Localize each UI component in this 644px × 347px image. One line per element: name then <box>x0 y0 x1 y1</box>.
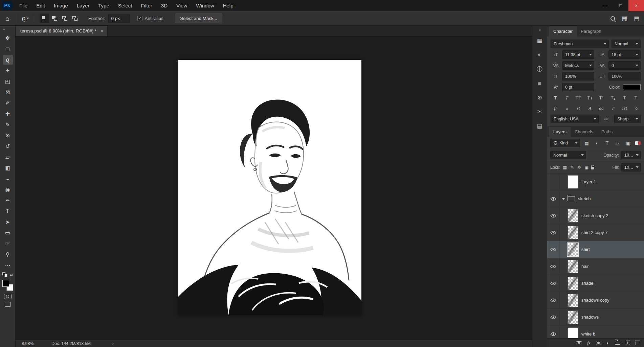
type-filter-icon[interactable]: T <box>606 140 609 146</box>
collapse-tools-icon[interactable]: » <box>0 27 5 32</box>
pen-tool[interactable]: ✒ <box>3 195 13 205</box>
select-and-mask-button[interactable]: Select and Mask... <box>175 14 222 23</box>
home-icon[interactable]: ⌂ <box>0 15 15 22</box>
stylistic-alternates-button[interactable]: aa <box>597 105 605 112</box>
visibility-toggle[interactable] <box>547 309 559 325</box>
visibility-toggle[interactable] <box>547 224 559 241</box>
layer-thumbnail[interactable] <box>568 327 578 339</box>
eyedropper-tool[interactable]: ✐ <box>3 98 13 108</box>
menu-item[interactable]: Edit <box>32 0 49 11</box>
canvas-area[interactable] <box>16 37 532 340</box>
ligatures-button[interactable]: fi <box>551 105 559 112</box>
menu-item[interactable]: 3D <box>157 0 172 11</box>
font-size-select[interactable]: 11.38 pt <box>562 50 594 59</box>
opacity-input[interactable]: 100% <box>621 151 641 159</box>
layer-name[interactable]: sketch <box>578 196 591 201</box>
adjustment-layer-icon[interactable]: ◐ <box>607 340 609 346</box>
faux-italic-button[interactable]: T <box>563 94 571 101</box>
add-mask-icon[interactable] <box>596 341 601 345</box>
antialias-checkbox[interactable]: ✓ <box>137 16 142 21</box>
antialias-select[interactable]: Sharp <box>614 115 641 123</box>
visibility-toggle[interactable] <box>547 326 559 338</box>
link-layers-icon[interactable] <box>576 341 582 344</box>
default-colors-icon[interactable] <box>2 272 7 277</box>
workspace-switcher-icon[interactable]: ▦ <box>622 15 627 22</box>
tab-layers[interactable]: Layers <box>549 127 571 137</box>
tracking-select[interactable]: 0 <box>608 61 641 70</box>
edit-toolbar-button[interactable]: ⋯ <box>3 260 13 270</box>
horizontal-scale-input[interactable]: 100% <box>608 72 641 80</box>
close-tab-icon[interactable]: × <box>101 28 103 34</box>
adjustment-filter-icon[interactable]: ◐ <box>596 140 599 146</box>
text-color-swatch[interactable] <box>623 84 641 90</box>
rectangle-tool[interactable]: ▭ <box>3 228 13 238</box>
contextual-alternates-button[interactable]: ℴ <box>563 105 571 112</box>
layer-row[interactable]: white b <box>547 326 644 338</box>
layer-thumbnail[interactable] <box>568 243 578 256</box>
language-select[interactable]: English: USA <box>551 115 599 123</box>
frame-tool[interactable]: ⊠ <box>3 87 13 97</box>
filter-type-select[interactable]: Kind <box>550 139 580 147</box>
info-panel-icon[interactable]: ⓘ <box>537 65 542 73</box>
close-button[interactable]: × <box>628 0 644 11</box>
underline-button[interactable]: T <box>620 94 628 101</box>
layer-name[interactable]: white b <box>581 331 595 337</box>
menu-item[interactable]: Filter <box>137 0 157 11</box>
lock-artboard-icon[interactable]: ▣ <box>584 165 589 170</box>
menu-item[interactable]: View <box>172 0 192 11</box>
swatches-panel-icon[interactable]: ▦ <box>537 37 542 44</box>
dodge-tool[interactable]: ◉ <box>3 185 13 194</box>
layer-name[interactable]: sketch copy 2 <box>581 213 608 218</box>
all-caps-button[interactable]: TT <box>574 94 582 101</box>
hand-tool[interactable]: ☞ <box>3 239 13 249</box>
layer-thumbnail[interactable] <box>568 294 578 307</box>
strikethrough-button[interactable]: T <box>632 94 640 101</box>
superscript-button[interactable]: T¹ <box>597 94 605 101</box>
layer-name[interactable]: shirt 2 copy 7 <box>581 230 607 235</box>
expand-panels-icon[interactable]: « <box>538 28 540 33</box>
tab-character[interactable]: Character <box>549 26 577 37</box>
tab-channels[interactable]: Channels <box>571 127 597 137</box>
layer-name[interactable]: hair <box>581 264 589 269</box>
ordinals-button[interactable]: 1st <box>620 105 628 112</box>
titling-alternates-button[interactable]: T <box>609 105 617 112</box>
visibility-toggle[interactable] <box>547 292 559 308</box>
menu-item[interactable]: Help <box>219 0 238 11</box>
layer-thumbnail[interactable] <box>568 277 578 290</box>
layer-thumbnail[interactable] <box>568 209 578 223</box>
blend-mode-select[interactable]: Normal <box>550 151 586 159</box>
layer-thumbnail[interactable] <box>568 260 578 273</box>
lock-all-icon[interactable] <box>591 167 594 169</box>
adjustments-panel-icon[interactable]: ◐ <box>538 51 541 58</box>
clone-source-panel-icon[interactable]: ⊛ <box>537 94 542 101</box>
new-layer-icon[interactable] <box>626 341 630 345</box>
layer-row[interactable]: shade <box>547 275 644 292</box>
font-style-select[interactable]: Normal <box>612 40 641 48</box>
group-expand-icon[interactable] <box>562 198 565 200</box>
blur-tool[interactable]: ◒ <box>3 174 13 184</box>
type-tool[interactable]: T <box>3 206 13 216</box>
healing-brush-tool[interactable]: ✚ <box>3 109 13 119</box>
vertical-scale-input[interactable]: 100% <box>562 72 594 80</box>
layer-thumbnail[interactable] <box>568 310 578 324</box>
swash-button[interactable]: A <box>586 105 594 112</box>
visibility-toggle[interactable] <box>547 258 559 275</box>
lock-transparency-icon[interactable]: ▦ <box>563 165 567 170</box>
subscript-button[interactable]: T₁ <box>609 94 617 101</box>
layer-row[interactable]: shirt 2 copy 7 <box>547 224 644 241</box>
intersect-selection-button[interactable] <box>70 14 80 23</box>
crop-tool[interactable]: ◰ <box>3 76 13 86</box>
tool-presets-panel-icon[interactable]: ✂ <box>537 108 542 115</box>
current-tool-dropdown[interactable]: ϱ <box>19 14 32 23</box>
layer-thumbnail[interactable] <box>568 175 578 189</box>
leading-select[interactable]: 18 pt <box>608 50 641 59</box>
document-tab[interactable]: teresa.psd @ 8.98% (shirt, RGB/8#) * × <box>16 26 108 36</box>
layer-name[interactable]: shadows copy <box>581 298 609 303</box>
visibility-toggle[interactable] <box>547 174 559 190</box>
subtract-selection-button[interactable] <box>60 14 69 23</box>
pixel-filter-icon[interactable]: ▦ <box>584 140 589 146</box>
baseline-shift-input[interactable]: 0 pt <box>562 83 594 91</box>
menu-item[interactable]: Select <box>114 0 137 11</box>
layer-row[interactable]: shadows <box>547 309 644 326</box>
add-selection-button[interactable] <box>50 14 59 23</box>
